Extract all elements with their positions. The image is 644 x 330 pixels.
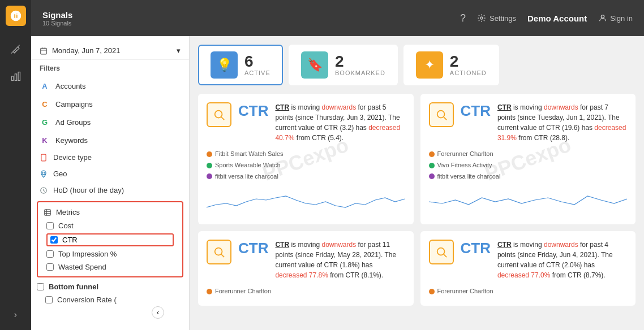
hod-label: HoD (hour of the day) xyxy=(53,186,124,194)
card3-search-icon xyxy=(207,240,231,264)
date-picker[interactable]: Monday, Jun 7, 2021 ▾ xyxy=(31,42,189,60)
geo-label: Geo xyxy=(53,170,67,178)
metrics-header[interactable]: Metrics xyxy=(41,205,179,219)
demo-account-label: Demo Account xyxy=(527,14,587,23)
app-logo[interactable] xyxy=(6,6,26,26)
actioned-label: ACTIONED xyxy=(450,70,487,76)
settings-label: Settings xyxy=(490,14,516,23)
svg-line-24 xyxy=(444,117,446,120)
dot-k2-icon xyxy=(429,173,435,179)
card4-ctr-link[interactable]: CTR xyxy=(497,241,512,249)
topnav-right: ? Settings Demo Account Sign in xyxy=(460,12,633,24)
cost-checkbox-item[interactable]: Cost xyxy=(41,219,179,232)
filter-ad-groups[interactable]: G Ad Groups xyxy=(31,113,189,131)
signin-label: Sign in xyxy=(610,14,633,23)
filter-accounts[interactable]: A Accounts xyxy=(31,77,189,95)
bottom-funnel-section: Bottom funnel xyxy=(31,280,189,293)
card1-ctr-link[interactable]: CTR xyxy=(275,103,289,111)
cards-grid: PPCexpo CTR CTR is moving downwards for … xyxy=(198,94,636,306)
svg-line-2 xyxy=(18,45,19,47)
card1-label-g: Sports Wearable Watch xyxy=(207,160,405,171)
filters-label: Filters xyxy=(31,60,189,77)
keywords-letter-icon: K xyxy=(40,135,50,145)
card2-body: CTR is moving downwards for past 7 point… xyxy=(497,102,627,143)
sidebar-collapse[interactable]: › xyxy=(10,305,22,324)
card1-search-icon xyxy=(207,102,231,127)
svg-point-8 xyxy=(602,15,604,18)
filter-geo[interactable]: Geo xyxy=(31,166,189,182)
bookmarked-tab-icon: 🔖 xyxy=(301,51,328,79)
card1-label-c: Fitbit Smart Watch Sales xyxy=(207,149,405,160)
svg-rect-9 xyxy=(41,48,47,54)
top-impression-checkbox[interactable] xyxy=(46,250,54,258)
signals-sub: 10 Signals xyxy=(42,20,72,27)
bookmarked-count: 2 xyxy=(335,54,385,70)
adgroups-label: Ad Groups xyxy=(55,118,91,127)
tab-actioned[interactable]: ✦ 2 ACTIONED xyxy=(403,45,499,85)
dot-c3-icon xyxy=(207,289,212,294)
date-label: Monday, Jun 7, 2021 xyxy=(52,46,120,55)
keywords-label: Keywords xyxy=(55,136,88,145)
card3-label-c: Forerunner Charlton xyxy=(207,286,405,297)
svg-rect-6 xyxy=(18,72,20,81)
cost-checkbox[interactable] xyxy=(46,222,54,229)
card4-label-c: Forerunner Charlton xyxy=(429,286,628,297)
active-tab-icon: 💡 xyxy=(211,51,238,79)
active-tab-info: 6 ACTIVE xyxy=(244,54,271,76)
svg-point-23 xyxy=(437,111,444,118)
top-impression-label: Top Impression % xyxy=(58,250,117,258)
card2-label-g: Vivo Fitness Activity xyxy=(429,160,628,171)
panel-collapse-button[interactable]: ‹ xyxy=(152,306,164,319)
tab-active[interactable]: 💡 6 ACTIVE xyxy=(198,45,283,85)
top-impression-checkbox-item[interactable]: Top Impression % xyxy=(41,248,179,260)
bookmarked-tab-info: 2 BOOKMARKED xyxy=(335,54,385,76)
dot-g2-icon xyxy=(429,163,435,168)
dot-k-icon xyxy=(207,173,212,179)
card3-ctr-link[interactable]: CTR xyxy=(275,241,289,249)
sidebar: › xyxy=(0,0,31,330)
card4-ctr-text: CTR xyxy=(461,240,491,280)
campaigns-letter-icon: C xyxy=(40,99,50,109)
svg-rect-5 xyxy=(15,74,16,81)
card3-body: CTR is moving downwards for past 11 poin… xyxy=(275,240,405,280)
signal-card-1: PPCexpo CTR CTR is moving downwards for … xyxy=(198,94,414,224)
card4-search-icon xyxy=(429,240,454,264)
bottom-funnel-checkbox[interactable] xyxy=(37,283,44,290)
body-row: Monday, Jun 7, 2021 ▾ Filters A Accounts… xyxy=(31,36,644,330)
conversion-rate-item[interactable]: Conversion Rate ( xyxy=(31,293,189,306)
filter-device-type[interactable]: Device type xyxy=(31,149,189,166)
adgroups-letter-icon: G xyxy=(40,117,50,127)
chart-icon[interactable] xyxy=(10,71,22,84)
card2-top: CTR CTR is moving downwards for past 7 p… xyxy=(429,102,628,143)
filter-hod[interactable]: HoD (hour of the day) xyxy=(31,182,189,198)
wasted-spend-checkbox-item[interactable]: Wasted Spend xyxy=(41,260,179,273)
bookmarked-label: BOOKMARKED xyxy=(335,70,385,76)
wasted-spend-checkbox[interactable] xyxy=(46,263,54,271)
svg-point-15 xyxy=(42,172,45,175)
conversion-rate-checkbox[interactable] xyxy=(45,296,53,303)
telescope-icon[interactable] xyxy=(10,44,22,57)
dot-c-icon xyxy=(207,151,212,157)
cost-label: Cost xyxy=(58,222,74,230)
main-content: Signals 10 Signals ? Settings Demo Accou… xyxy=(31,0,644,330)
card2-ctr-link[interactable]: CTR xyxy=(497,103,512,111)
settings-button[interactable]: Settings xyxy=(477,14,516,23)
ctr-checkbox[interactable] xyxy=(50,236,58,244)
filter-keywords[interactable]: K Keywords xyxy=(31,131,189,149)
conversion-rate-label: Conversion Rate ( xyxy=(57,296,117,304)
svg-rect-13 xyxy=(41,154,46,161)
svg-line-26 xyxy=(221,255,224,258)
metrics-label: Metrics xyxy=(56,208,80,216)
svg-rect-17 xyxy=(45,209,51,215)
signals-title-block: Signals 10 Signals xyxy=(42,10,72,27)
help-icon[interactable]: ? xyxy=(460,12,466,24)
filter-campaigns[interactable]: C Campaigns xyxy=(31,95,189,113)
tab-bookmarked[interactable]: 🔖 2 BOOKMARKED xyxy=(289,45,398,85)
ctr-checkbox-row[interactable]: CTR xyxy=(46,233,174,246)
sidebar-arrow-icon[interactable]: › xyxy=(10,305,22,324)
svg-rect-4 xyxy=(11,76,13,81)
signin-button[interactable]: Sign in xyxy=(598,14,633,23)
dot-c4-icon xyxy=(429,289,435,294)
svg-point-27 xyxy=(437,248,444,255)
card1-body: CTR is moving downwards for past 5 point… xyxy=(275,102,405,143)
